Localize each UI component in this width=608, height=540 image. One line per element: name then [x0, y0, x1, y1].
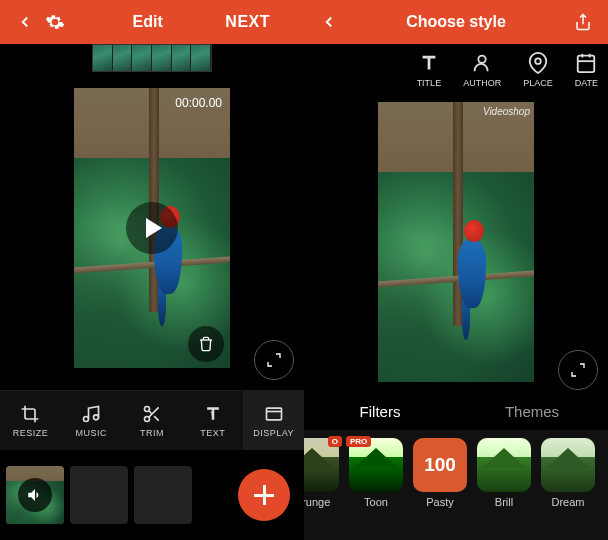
share-button[interactable] [568, 7, 598, 37]
style-screen: Choose style TITLE AUTHOR PLACE DATE [304, 0, 608, 540]
filter-pasty[interactable]: 100 Pasty [412, 438, 468, 508]
filter-label: Toon [364, 496, 388, 508]
edit-screen: Edit NEXT 00:00.00 [0, 0, 304, 540]
date-icon [575, 52, 597, 74]
meta-place[interactable]: PLACE [523, 52, 553, 102]
back-button[interactable] [10, 7, 40, 37]
filter-grunge[interactable]: O Grunge [304, 438, 340, 508]
meta-label: AUTHOR [463, 78, 501, 88]
filter-brill[interactable]: Brill [476, 438, 532, 508]
tab-filters[interactable]: Filters [304, 394, 456, 430]
svg-point-1 [94, 414, 99, 419]
sound-icon [18, 478, 52, 512]
edit-topbar: Edit NEXT [0, 0, 304, 44]
author-icon [471, 52, 493, 74]
meta-author[interactable]: AUTHOR [463, 52, 501, 102]
meta-label: TITLE [417, 78, 442, 88]
tab-themes[interactable]: Themes [456, 394, 608, 430]
svg-point-0 [84, 416, 89, 421]
filter-toon[interactable]: PRO Toon [348, 438, 404, 508]
video-preview[interactable]: 00:00.00 [74, 88, 230, 368]
filter-label: Pasty [426, 496, 454, 508]
tool-label: MUSIC [75, 428, 107, 438]
play-button[interactable] [126, 202, 178, 254]
text-icon [203, 404, 223, 424]
tool-label: TEXT [200, 428, 225, 438]
scissors-icon [142, 404, 162, 424]
filter-label: Brill [495, 496, 513, 508]
display-icon [264, 404, 284, 424]
clip-empty-slot[interactable] [134, 466, 192, 524]
style-topbar: Choose style [304, 0, 608, 44]
settings-button[interactable] [40, 7, 70, 37]
tool-display[interactable]: DISPLAY [243, 391, 304, 450]
place-icon [527, 52, 549, 74]
next-button[interactable]: NEXT [225, 13, 270, 31]
svg-line-5 [154, 416, 159, 421]
svg-point-11 [535, 58, 541, 64]
style-video-preview[interactable]: Videoshop [378, 102, 534, 382]
music-icon [81, 404, 101, 424]
tool-text[interactable]: TEXT [182, 391, 243, 450]
fullscreen-button[interactable] [558, 350, 598, 390]
filter-label: Dream [551, 496, 584, 508]
tool-label: DISPLAY [253, 428, 294, 438]
tool-label: RESIZE [13, 428, 49, 438]
edit-toolbar: RESIZE MUSIC TRIM TEXT DISPLAY [0, 390, 304, 450]
filter-dream[interactable]: Dream [540, 438, 596, 508]
pro-badge: PRO [346, 436, 371, 447]
fullscreen-button[interactable] [254, 340, 294, 380]
crop-icon [20, 404, 40, 424]
meta-label: DATE [575, 78, 598, 88]
timecode-label: 00:00.00 [175, 96, 222, 110]
svg-point-2 [144, 406, 149, 411]
pasty-value: 100 [413, 438, 467, 492]
tool-resize[interactable]: RESIZE [0, 391, 61, 450]
filter-list[interactable]: O Grunge PRO Toon 100 Pasty Brill Dream [304, 430, 608, 540]
clip-thumbnail[interactable] [6, 466, 64, 524]
clip-tray [0, 450, 304, 540]
meta-date[interactable]: DATE [575, 52, 598, 102]
tool-label: TRIM [140, 428, 164, 438]
svg-point-10 [478, 56, 485, 63]
timeline-strip[interactable] [92, 44, 212, 72]
svg-rect-12 [578, 56, 595, 72]
title-icon [418, 52, 440, 74]
pro-badge: O [328, 436, 342, 447]
back-button[interactable] [314, 7, 344, 37]
style-tabs: Filters Themes [304, 394, 608, 430]
style-title: Choose style [406, 13, 506, 31]
svg-point-3 [144, 416, 149, 421]
metadata-row: TITLE AUTHOR PLACE DATE [304, 44, 608, 102]
add-clip-button[interactable] [238, 469, 290, 521]
svg-rect-7 [266, 408, 281, 420]
tool-trim[interactable]: TRIM [122, 391, 183, 450]
style-preview-area: Videoshop [304, 102, 608, 394]
svg-line-6 [149, 410, 152, 413]
meta-title[interactable]: TITLE [417, 52, 442, 102]
watermark-label: Videoshop [483, 106, 530, 117]
tool-music[interactable]: MUSIC [61, 391, 122, 450]
clip-empty-slot[interactable] [70, 466, 128, 524]
preview-area: 00:00.00 [0, 44, 304, 390]
edit-title: Edit [133, 13, 163, 31]
delete-clip-button[interactable] [188, 326, 224, 362]
filter-label: Grunge [304, 496, 330, 508]
meta-label: PLACE [523, 78, 553, 88]
